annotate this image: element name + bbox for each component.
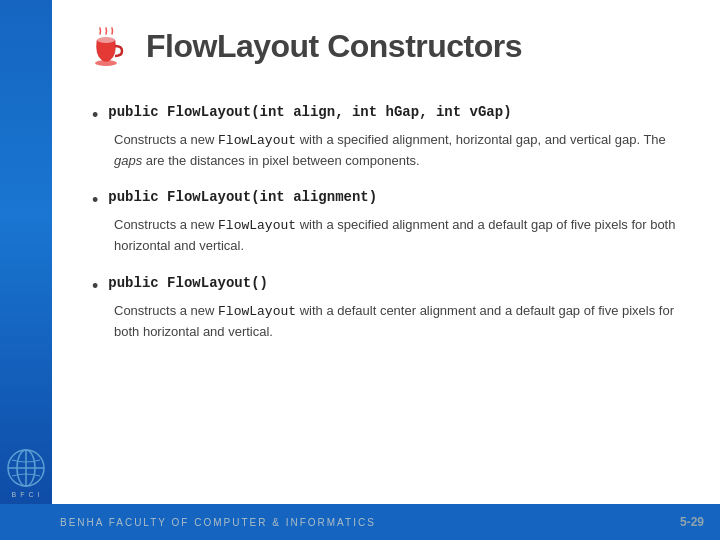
bullet-1-code: public FlowLayout(int align, int hGap, i… — [108, 104, 511, 120]
slide-number: 5-29 — [680, 515, 704, 529]
bullet-row-1: • public FlowLayout(int align, int hGap,… — [92, 104, 690, 126]
bfci-label: B F C I — [8, 491, 44, 498]
bottom-bar-text: Benha Faculty of Computer & Informatics — [60, 517, 376, 528]
bullet-2-code: public FlowLayout(int alignment) — [108, 189, 377, 205]
slide-title: FlowLayout Constructors — [146, 28, 522, 65]
svg-point-5 — [95, 60, 117, 66]
main-content: FlowLayout Constructors • public FlowLay… — [52, 0, 720, 504]
bullet-dot-2: • — [92, 190, 98, 211]
bullet-item-1: • public FlowLayout(int align, int hGap,… — [92, 104, 690, 171]
globe-icon — [4, 446, 48, 490]
bullet-item-2: • public FlowLayout(int alignment) Const… — [92, 189, 690, 256]
left-sidebar: B F C I — [0, 0, 52, 540]
header-area: FlowLayout Constructors — [82, 20, 690, 80]
svg-point-4 — [97, 37, 115, 43]
bullet-3-desc: Constructs a new FlowLayout with a defau… — [114, 301, 690, 342]
bullet-item-3: • public FlowLayout() Constructs a new F… — [92, 275, 690, 342]
bullet-3-code: public FlowLayout() — [108, 275, 268, 291]
bullet-row-2: • public FlowLayout(int alignment) — [92, 189, 690, 211]
bullet-dot-1: • — [92, 105, 98, 126]
bullet-dot-3: • — [92, 276, 98, 297]
bullet-row-3: • public FlowLayout() — [92, 275, 690, 297]
java-logo — [82, 20, 130, 72]
content-area: • public FlowLayout(int align, int hGap,… — [82, 104, 690, 342]
bullet-2-desc: Constructs a new FlowLayout with a speci… — [114, 215, 690, 256]
bullet-1-desc: Constructs a new FlowLayout with a speci… — [114, 130, 690, 171]
bottom-bar: Benha Faculty of Computer & Informatics … — [0, 504, 720, 540]
